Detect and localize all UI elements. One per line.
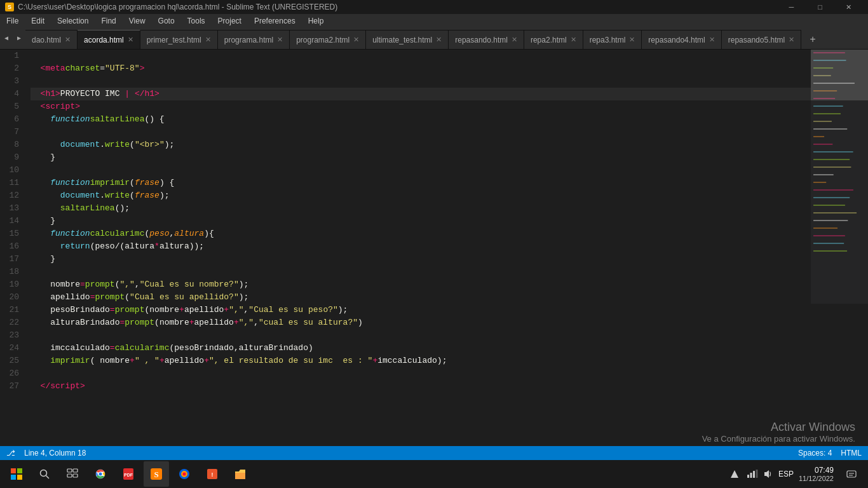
menu-item-goto[interactable]: Goto [152, 14, 181, 28]
menu-item-project[interactable]: Project [212, 14, 248, 28]
pdf-button[interactable]: PDF [116, 461, 141, 487]
code-line [31, 75, 811, 88]
tab-label: repa3.html [590, 36, 626, 44]
tab-label: primer_test.html [147, 36, 201, 44]
tab-label: programa.html [224, 36, 273, 44]
line-number: 19 [5, 278, 19, 291]
tab-repasando-html[interactable]: repasando.html✕ [449, 30, 524, 49]
tab-repa2-html[interactable]: repa2.html✕ [524, 30, 583, 49]
line-number: 20 [5, 291, 19, 304]
notification-center-button[interactable] [839, 461, 864, 487]
titlebar-left: S C:\Users\user\Desktop\logica programac… [5, 3, 337, 11]
tab-close-icon[interactable]: ✕ [571, 36, 576, 43]
tab-acorda-html[interactable]: acorda.html✕ [78, 30, 140, 49]
tab-close-icon[interactable]: ✕ [629, 36, 635, 43]
tab-close-icon[interactable]: ✕ [128, 36, 133, 43]
tab-programa2-html[interactable]: programa2.html✕ [290, 30, 366, 49]
line-number: 8 [5, 139, 19, 151]
line-number: 15 [5, 227, 19, 240]
svg-rect-28 [847, 471, 856, 477]
tab-add-button[interactable]: + [804, 31, 822, 49]
tab-primer_test-html[interactable]: primer_test.html✕ [140, 30, 218, 49]
taskbar: PDF S ! [0, 460, 868, 488]
tab-next-button[interactable]: ▶ [13, 28, 25, 49]
line-number: 17 [5, 253, 19, 266]
svg-rect-24 [750, 473, 752, 478]
code-line: apellido =prompt("Cual es su apellido?")… [31, 291, 811, 304]
statusbar-left: ⎇ Line 4, Column 18 [6, 449, 86, 458]
line-number: 24 [5, 342, 19, 355]
line-number: 1 [5, 50, 19, 62]
line-number: 26 [5, 367, 19, 380]
lang-indicator[interactable]: ESP [778, 470, 794, 478]
tab-close-icon[interactable]: ✕ [709, 36, 715, 43]
menu-item-selection[interactable]: Selection [51, 14, 95, 28]
svg-rect-26 [756, 470, 757, 478]
menu-item-edit[interactable]: Edit [25, 14, 51, 28]
start-button[interactable] [4, 461, 29, 487]
tab-label: repasando5.html [728, 36, 785, 44]
code-line: } [31, 253, 811, 266]
line-number: 2 [5, 62, 19, 75]
tab-close-icon[interactable]: ✕ [512, 36, 517, 43]
editor-container: 1234567891011121314151617181920212223242… [0, 50, 868, 446]
menu-item-find[interactable]: Find [95, 14, 122, 28]
tab-repasando5-html[interactable]: repasando5.html✕ [722, 30, 801, 49]
tab-programa-html[interactable]: programa.html✕ [218, 30, 290, 49]
svg-rect-9 [73, 474, 78, 477]
search-taskbar-button[interactable] [32, 461, 57, 487]
line-number: 16 [5, 240, 19, 253]
svg-rect-8 [67, 474, 72, 477]
network-icon[interactable] [747, 470, 758, 478]
code-line: imccalculado=calcularimc(pesoBrindado , … [31, 342, 811, 355]
line-numbers: 1234567891011121314151617181920212223242… [0, 50, 25, 446]
sublimetext-button[interactable]: S [144, 461, 169, 487]
code-line [31, 50, 811, 62]
tab-close-icon[interactable]: ✕ [436, 36, 442, 43]
code-area[interactable]: <meta charset="UTF-8"> <h1>PROYECTO IMC … [25, 50, 811, 446]
svg-text:PDF: PDF [124, 473, 133, 477]
chrome-button[interactable] [88, 461, 113, 487]
titlebar: S C:\Users\user\Desktop\logica programac… [0, 0, 868, 14]
tray-icons[interactable] [728, 461, 742, 487]
maximize-button[interactable]: □ [806, 0, 834, 14]
svg-point-4 [41, 470, 47, 477]
tab-label: acorda.html [84, 36, 124, 44]
code-line [31, 367, 811, 380]
menu-item-file[interactable]: File [0, 14, 25, 28]
tab-ultimate_test-html[interactable]: ultimate_test.html✕ [366, 30, 449, 49]
line-number: 21 [5, 304, 19, 316]
minimap [811, 50, 868, 446]
menu-item-tools[interactable]: Tools [181, 14, 212, 28]
close-button[interactable]: ✕ [834, 0, 863, 14]
minimize-button[interactable]: ─ [777, 0, 806, 14]
menu-item-help[interactable]: Help [302, 14, 330, 28]
taskbar-right: ESP 07:49 11/12/2022 [728, 461, 864, 487]
menu-item-preferences[interactable]: Preferences [248, 14, 302, 28]
tab-close-icon[interactable]: ✕ [205, 36, 211, 43]
clock[interactable]: 07:49 11/12/2022 [799, 466, 834, 482]
svg-rect-6 [67, 469, 72, 472]
tab-close-icon[interactable]: ✕ [789, 36, 794, 43]
tab-repa3-html[interactable]: repa3.html✕ [583, 30, 642, 49]
svg-rect-1 [17, 468, 22, 473]
menu-item-view[interactable]: View [123, 14, 152, 28]
notification-button[interactable]: ! [200, 461, 225, 487]
taskview-button[interactable] [60, 461, 85, 487]
code-line: function saltarLinea() { [31, 113, 811, 126]
svg-text:!: ! [212, 471, 214, 478]
tab-label: programa2.html [296, 36, 349, 44]
volume-icon[interactable] [763, 470, 773, 478]
tab-prev-button[interactable]: ◀ [0, 28, 13, 49]
code-line: document.write(frase); [31, 189, 811, 202]
tab-close-icon[interactable]: ✕ [65, 36, 71, 43]
tab-close-icon[interactable]: ✕ [353, 36, 359, 43]
line-number: 7 [5, 126, 19, 139]
code-line: pesoBrindado = prompt(nombre + apellido … [31, 304, 811, 316]
filemanager-button[interactable] [227, 461, 253, 487]
tab-dao-html[interactable]: dao.html✕ [25, 30, 78, 49]
tabbar: ◀ ▶ dao.html✕acorda.html✕primer_test.htm… [0, 28, 868, 50]
firefox-button[interactable] [172, 461, 197, 487]
tab-repasando4-html[interactable]: repasando4.html✕ [642, 30, 721, 49]
tab-close-icon[interactable]: ✕ [277, 36, 283, 43]
